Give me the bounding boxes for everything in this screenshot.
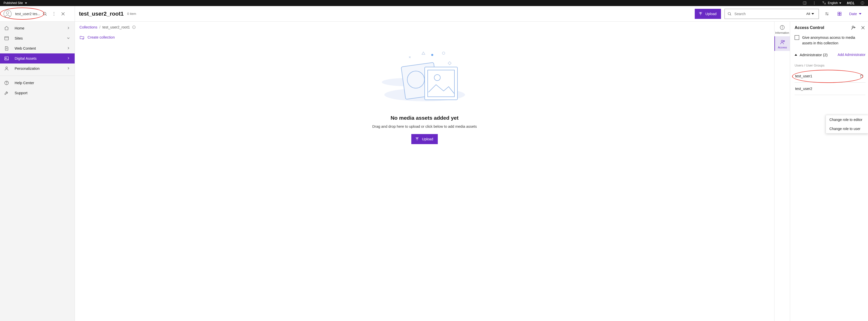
- sidebar-item-label: Help Center: [14, 81, 34, 85]
- svg-point-9: [6, 11, 9, 14]
- user-name: test_user1: [795, 74, 812, 78]
- search-box[interactable]: All: [724, 9, 819, 19]
- upload-label: Upload: [705, 12, 716, 16]
- users-groups-label: Users / User Groups: [795, 64, 866, 67]
- search-icon: [727, 11, 732, 16]
- main-body: Collections / test_user2_root1 Create co…: [75, 22, 868, 321]
- svg-rect-32: [838, 12, 839, 13]
- kebab-icon[interactable]: [50, 9, 59, 19]
- chevron-right-icon: [67, 66, 70, 71]
- page-title: test_user2_root1: [79, 10, 124, 17]
- empty-title: No media assets added yet: [80, 115, 770, 121]
- create-collection-button[interactable]: Create collection: [80, 35, 770, 40]
- sidebar-item-support[interactable]: Support: [0, 88, 75, 98]
- trash-icon[interactable]: [860, 74, 864, 78]
- svg-line-27: [730, 14, 731, 15]
- search-icon[interactable]: [40, 9, 50, 19]
- sidebar-item-home[interactable]: Home: [0, 23, 75, 33]
- close-icon[interactable]: [861, 25, 866, 30]
- sidebar-item-label: Digital Assets: [14, 57, 37, 61]
- svg-point-13: [54, 13, 54, 14]
- sidebar-item-help-center[interactable]: Help Center: [0, 78, 75, 88]
- divider: [0, 75, 75, 76]
- empty-upload-button[interactable]: Upload: [411, 134, 437, 144]
- user-row[interactable]: test_user2: [795, 83, 866, 95]
- svg-point-8: [4, 10, 11, 18]
- image-icon: [4, 56, 9, 61]
- context-menu: Change role to editor Change role to use…: [826, 115, 868, 133]
- main-column: test_user2_root1 0 item Upload All: [75, 6, 868, 321]
- panel-title: Access Control: [795, 26, 824, 30]
- brand-logo: HCL: [847, 1, 855, 5]
- filter-label: All: [806, 12, 810, 15]
- content-area: Collections / test_user2_root1 Create co…: [75, 22, 774, 321]
- breadcrumb: Collections / test_user2_root1: [80, 25, 770, 29]
- sidebar-item-web-content[interactable]: Web Content: [0, 43, 75, 54]
- anonymous-access-label: Give anonymous access to media assets in…: [802, 35, 866, 46]
- svg-rect-0: [803, 2, 806, 4]
- wrench-icon: [4, 91, 9, 96]
- site-label: Published Site: [3, 1, 23, 5]
- main-header: test_user2_root1 0 item Upload All: [75, 6, 868, 22]
- sidebar-item-label: Web Content: [14, 46, 36, 51]
- svg-point-55: [781, 40, 783, 42]
- user-row[interactable]: test_user1: [795, 70, 866, 83]
- panel-icon[interactable]: [803, 1, 807, 5]
- upload-button[interactable]: Upload: [695, 9, 721, 19]
- chevron-up-icon: [795, 54, 797, 56]
- sidebar-item-personalization[interactable]: Personalization: [0, 64, 75, 73]
- folder-plus-icon: [80, 35, 85, 40]
- sidebar-item-label: Home: [14, 26, 25, 30]
- item-count: 0 item: [127, 12, 136, 15]
- context-menu-item[interactable]: Change role to user: [826, 124, 868, 133]
- search-filter[interactable]: All: [806, 12, 816, 15]
- svg-point-2: [814, 2, 814, 2]
- create-collection-label: Create collection: [88, 35, 115, 39]
- top-bar-right: English HCL: [803, 1, 865, 5]
- svg-rect-21: [5, 57, 8, 60]
- sites-icon: [4, 36, 9, 41]
- sidebar: test_user2 tes... Home Sites: [0, 6, 75, 321]
- svg-rect-34: [838, 14, 839, 15]
- svg-point-50: [442, 52, 445, 55]
- upload-icon: [698, 11, 703, 16]
- info-icon[interactable]: [861, 1, 865, 5]
- close-icon[interactable]: [59, 9, 68, 19]
- chevron-down-icon: [25, 2, 27, 4]
- sidebar-item-label: Support: [14, 91, 28, 95]
- checkbox[interactable]: [795, 35, 799, 40]
- info-icon[interactable]: [132, 25, 136, 29]
- top-bar: Published Site English HCL: [0, 0, 868, 6]
- svg-point-4: [814, 4, 814, 4]
- site-switcher[interactable]: Published Site: [3, 1, 27, 5]
- avatar-icon[interactable]: [3, 10, 11, 18]
- rail-tab-label: Access: [778, 46, 787, 49]
- rail-tab-information[interactable]: Information: [774, 22, 790, 36]
- anonymous-access-row[interactable]: Give anonymous access to media assets in…: [795, 35, 866, 46]
- chevron-down-icon: [859, 13, 862, 14]
- breadcrumb-root[interactable]: Collections: [80, 25, 97, 29]
- svg-rect-45: [425, 67, 458, 100]
- user-name: test_user2: [795, 87, 812, 91]
- context-menu-item[interactable]: Change role to editor: [826, 115, 868, 124]
- right-rail: Information Access: [774, 22, 790, 321]
- kebab-icon[interactable]: [812, 1, 816, 5]
- filter-settings-icon[interactable]: [823, 9, 831, 19]
- role-toggle[interactable]: Administrator (2): [795, 53, 828, 57]
- rail-tab-access[interactable]: Access: [774, 36, 790, 51]
- grid-view-icon[interactable]: [835, 9, 844, 19]
- sidebar-item-label: Sites: [14, 36, 23, 40]
- sidebar-item-label: Personalization: [14, 66, 39, 70]
- sidebar-item-sites[interactable]: Sites: [0, 33, 75, 43]
- chevron-right-icon: [67, 26, 70, 31]
- breadcrumb-separator: /: [99, 25, 100, 29]
- sort-button[interactable]: Date: [847, 12, 863, 16]
- add-user-icon[interactable]: [851, 25, 856, 30]
- translate-icon[interactable]: English: [822, 1, 841, 5]
- sidebar-item-digital-assets[interactable]: Digital Assets: [0, 54, 75, 64]
- search-input[interactable]: [734, 12, 806, 16]
- empty-state: No media assets added yet Drag and drop …: [80, 44, 770, 144]
- svg-rect-51: [448, 62, 451, 65]
- add-administrator-button[interactable]: Add Administrator: [838, 53, 866, 57]
- empty-illustration: [379, 44, 470, 113]
